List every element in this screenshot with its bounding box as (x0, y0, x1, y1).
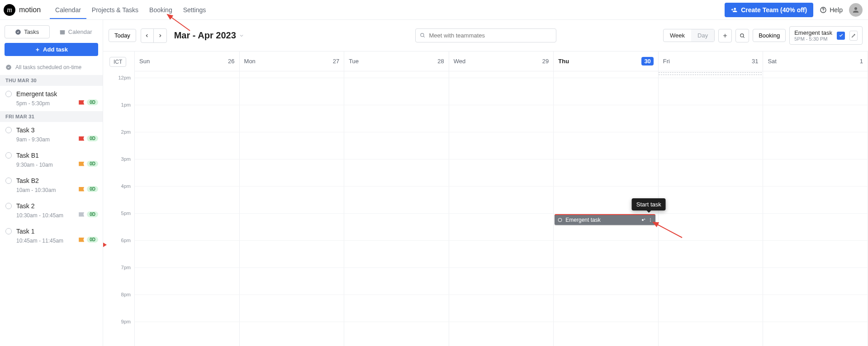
view-switch: Week Day (663, 29, 715, 42)
search-input[interactable] (415, 28, 556, 42)
user-avatar[interactable] (849, 3, 863, 17)
view-week[interactable]: Week (664, 29, 691, 42)
card-title: Emergent task (794, 29, 832, 36)
svg-point-12 (650, 221, 651, 222)
help-label: Help (830, 6, 843, 14)
task-item[interactable]: Task 1 10:45am - 11:45am 0D (0, 223, 103, 248)
hour-label: 7pm (121, 265, 131, 270)
more-icon[interactable] (648, 217, 653, 223)
task-item[interactable]: Task 2 10:30am - 10:45am 0D (0, 198, 103, 223)
svg-point-8 (558, 218, 562, 222)
day-column[interactable]: Wed29 (449, 51, 554, 346)
user-icon (852, 6, 860, 14)
calendar-grid: ICT 12pm1pm2pm3pm4pm5pm6pm7pm8pm9pm Sun2… (103, 51, 868, 346)
flag-icon (79, 212, 84, 217)
task-item[interactable]: Task B2 10am - 10:30am 0D (0, 173, 103, 198)
card-complete-button[interactable] (837, 32, 845, 40)
badge-0d: 0D (87, 99, 98, 105)
flag-icon (79, 136, 84, 141)
day-column[interactable]: Tue28 (344, 51, 449, 346)
svg-rect-4 (60, 30, 65, 31)
create-team-label: Create Team (40% off) (741, 6, 807, 14)
search-icon (419, 32, 426, 38)
svg-point-11 (650, 220, 651, 220)
day-header: Tue28 (344, 51, 449, 71)
sidebar-toggle: Tasks Calendar (0, 20, 103, 43)
help-link[interactable]: Help (820, 6, 843, 14)
nav-booking[interactable]: Booking (144, 1, 178, 19)
plus-icon (722, 33, 728, 39)
chevron-right-icon (158, 33, 162, 38)
hour-label: 12pm (118, 75, 131, 80)
chevron-left-icon (145, 33, 149, 38)
circle-icon[interactable] (5, 228, 12, 234)
circle-icon[interactable] (5, 152, 12, 159)
selected-task-card[interactable]: Emergent task 5PM - 5:30 PM (789, 26, 863, 45)
sidebar-toggle-calendar[interactable]: Calendar (53, 25, 99, 38)
calendar-icon (59, 29, 66, 35)
day-column[interactable]: Fri31 (659, 51, 764, 346)
view-day[interactable]: Day (691, 29, 714, 42)
check-circle-icon (5, 64, 12, 70)
schedule-status: All tasks scheduled on-time (0, 61, 103, 75)
create-team-button[interactable]: Create Team (40% off) (725, 3, 813, 17)
search-button[interactable] (735, 29, 749, 42)
day-column[interactable]: Sun26 (135, 51, 240, 346)
day-header: Sat1 (763, 51, 868, 71)
timezone-badge[interactable]: ICT (109, 57, 126, 67)
hour-label: 2pm (121, 129, 131, 135)
today-button[interactable]: Today (109, 29, 136, 42)
day-column[interactable]: Sat1 (763, 51, 868, 346)
svg-point-9 (642, 220, 643, 221)
pencil-icon (851, 33, 856, 38)
sidebar: Tasks Calendar Add task All tasks schedu… (0, 20, 103, 346)
day-column[interactable]: Mon27 (240, 51, 345, 346)
task-group-header: THU MAR 30 (0, 75, 103, 86)
booking-button[interactable]: Booking (753, 29, 786, 42)
date-range-label[interactable]: Mar - Apr 2023 (174, 30, 244, 41)
time-gutter: ICT 12pm1pm2pm3pm4pm5pm6pm7pm8pm9pm (103, 51, 135, 346)
sidebar-toggle-tasks[interactable]: Tasks (5, 25, 50, 38)
flag-icon (79, 187, 84, 192)
task-item[interactable]: Task B1 9:30am - 10am 0D (0, 147, 103, 173)
flag-icon (79, 100, 84, 105)
circle-icon[interactable] (5, 203, 12, 209)
circle-icon[interactable] (5, 91, 12, 97)
task-item[interactable]: Task 3 9am - 9:30am 0D (0, 122, 103, 147)
next-week-button[interactable] (154, 29, 166, 42)
help-icon (820, 6, 827, 14)
prev-week-button[interactable] (141, 29, 154, 42)
nav-projects-tasks[interactable]: Projects & Tasks (86, 1, 144, 19)
date-arrows (141, 28, 167, 43)
day-header: Fri31 (659, 51, 763, 71)
calendar-event[interactable]: Emergent task (555, 214, 655, 225)
add-task-button[interactable]: Add task (5, 43, 98, 56)
flag-icon (79, 162, 84, 166)
card-edit-button[interactable] (849, 31, 858, 41)
hour-label: 1pm (121, 102, 131, 108)
day-header: Wed29 (449, 51, 554, 71)
circle-icon[interactable] (5, 178, 12, 184)
now-indicator (103, 243, 107, 247)
search-wrap (415, 28, 556, 42)
hour-label: 4pm (121, 183, 131, 189)
brand-name: motion (19, 6, 41, 14)
add-button[interactable] (718, 29, 732, 42)
circle-icon[interactable] (5, 127, 12, 133)
nav-calendar[interactable]: Calendar (50, 1, 86, 19)
svg-point-7 (740, 33, 744, 37)
calendar-toolbar: Today Mar - Apr 2023 Week D (103, 20, 868, 51)
task-group-header: FRI MAR 31 (0, 111, 103, 122)
calendar-columns: Sun26Mon27Tue28Wed29Thu30Emergent taskFr… (135, 51, 868, 346)
svg-point-6 (420, 33, 423, 37)
main-area: Tasks Calendar Add task All tasks schedu… (0, 20, 868, 346)
calendar-pane: Today Mar - Apr 2023 Week D (103, 20, 868, 346)
svg-point-10 (650, 218, 651, 219)
gear-icon[interactable] (640, 217, 645, 223)
check-circle-icon (15, 29, 21, 35)
task-item[interactable]: Emergent task 5pm - 5:30pm 0D (0, 86, 103, 111)
tooltip-start-task: Start task (632, 198, 666, 210)
allday-placeholder (659, 72, 762, 75)
circle-icon (557, 217, 563, 223)
nav-settings[interactable]: Settings (178, 1, 212, 19)
